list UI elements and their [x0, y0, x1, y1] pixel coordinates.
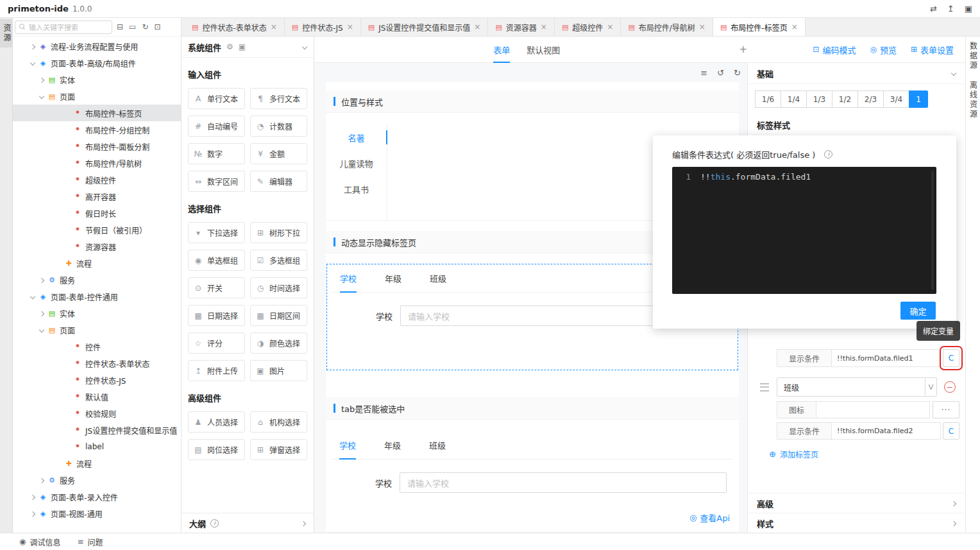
tree-item[interactable]: • 控件状态-JS	[13, 372, 181, 388]
vertical-tab[interactable]: 工具书	[326, 176, 387, 202]
tabs-widget[interactable]: 学校 年级 班级	[326, 431, 738, 493]
tree-item[interactable]: ◈ 流程-业务流程配置与使用	[13, 38, 181, 55]
close-icon[interactable]: ×	[347, 22, 353, 31]
tree-item[interactable]: • 布局控件-标签页	[13, 105, 181, 121]
tree-item[interactable]: ◈ 页面-表单-控件通用	[13, 288, 181, 305]
view-tab[interactable]: 表单	[493, 37, 510, 62]
tab-name-input[interactable]: 班级	[777, 377, 925, 397]
width-option-button[interactable]: 3/4	[883, 90, 909, 108]
chevron-icon[interactable]	[30, 494, 35, 500]
outline-icon[interactable]: ≡	[700, 68, 707, 78]
document-tab[interactable]: ▤ 布局控件-标签页 ×	[713, 18, 806, 36]
chevron-icon[interactable]	[30, 60, 35, 66]
close-icon[interactable]: ×	[541, 22, 547, 31]
tree-item[interactable]: ✚ 流程	[13, 255, 181, 271]
palette-component[interactable]: ▣ 图片	[250, 360, 307, 381]
open-folder-icon[interactable]: ▭	[129, 22, 136, 31]
document-tab[interactable]: ▤ 资源容器 ×	[488, 18, 554, 36]
add-view-button[interactable]: +	[739, 37, 747, 62]
palette-component[interactable]: ¥ 金额	[250, 143, 307, 164]
condition-expression-1[interactable]: !!this.formData.filed1	[832, 349, 941, 367]
palette-component[interactable]: ⊙ 开关	[188, 277, 245, 298]
view-tab[interactable]: 默认视图	[527, 37, 560, 62]
chevron-right-icon[interactable]	[300, 520, 306, 526]
close-icon[interactable]: ×	[474, 22, 480, 31]
tree-item[interactable]: • 校验规则	[13, 405, 181, 422]
redo-icon[interactable]: ↻	[734, 68, 741, 78]
publish-icon[interactable]: ↥	[947, 4, 954, 13]
width-option-button[interactable]: 1/4	[781, 90, 807, 108]
chevron-icon[interactable]	[38, 477, 44, 483]
chevron-icon[interactable]	[38, 311, 44, 316]
palette-header[interactable]: 系统组件 ⚙ ▣	[182, 37, 314, 58]
header-link[interactable]: ⊡ 编码模式	[813, 44, 856, 56]
document-tab[interactable]: ▤ 控件状态-JS ×	[285, 18, 361, 36]
palette-component[interactable]: ◔ 计数器	[250, 116, 307, 137]
tree-item[interactable]: • 布局控件-分组控制	[13, 121, 181, 138]
palette-component[interactable]: ✎ 编辑器	[250, 171, 307, 192]
tree-item[interactable]: • 假日时长	[13, 205, 181, 221]
vertical-tab[interactable]: 儿童读物	[326, 150, 387, 176]
palette-component[interactable]: # 自动编号	[188, 116, 245, 137]
palette-component[interactable]: ⇔ 数字区间	[188, 171, 245, 192]
header-link[interactable]: ⊞ 表单设置	[911, 44, 954, 56]
drag-handle-icon[interactable]	[760, 383, 769, 391]
tree-item[interactable]: • 默认值	[13, 388, 181, 405]
palette-component[interactable]: ♟ 人员选择	[188, 411, 245, 433]
canvas-tab[interactable]: 班级	[429, 431, 446, 459]
school-input[interactable]: 请输入学校	[400, 472, 727, 493]
confirm-button[interactable]: 确定	[900, 302, 936, 320]
code-editor[interactable]: 1 !!this.formData.filed1	[672, 167, 936, 294]
palette-component[interactable]: A 单行文本	[188, 88, 245, 109]
tree-item[interactable]: • 节假日（被引用）	[13, 221, 181, 238]
chevron-down-icon[interactable]	[301, 44, 307, 50]
tree-item[interactable]: • JS设置控件提交值和显示值	[13, 422, 181, 438]
sync-icon[interactable]: ⇄	[930, 4, 937, 13]
document-tab[interactable]: ▤ 布局控件/导航树 ×	[621, 18, 713, 36]
tree-item[interactable]: ⚙ 服务	[13, 271, 181, 288]
chevron-icon[interactable]	[38, 327, 44, 333]
variable-toggle-button[interactable]: V	[925, 377, 937, 397]
palette-component[interactable]: ☑ 多选框组	[250, 250, 307, 271]
right-strip-tab[interactable]: 离线资源	[968, 81, 979, 119]
activity-tab-resources[interactable]: 资源	[0, 19, 12, 47]
canvas-tab[interactable]: 年级	[385, 264, 401, 292]
palette-component[interactable]: ⊞ 弹窗选择	[250, 439, 307, 460]
chevron-down-icon[interactable]	[950, 71, 956, 76]
tree-item[interactable]: • label	[13, 438, 181, 455]
view-api-link[interactable]: ◎ 查看Api	[689, 511, 730, 524]
locate-icon[interactable]: ⊡	[154, 22, 160, 31]
chevron-right-icon[interactable]	[950, 520, 956, 526]
width-option-button[interactable]: 1	[909, 90, 928, 108]
panel-toggle-icon[interactable]: ▣	[239, 42, 246, 51]
search-input[interactable]: 输入关键字搜索	[15, 21, 112, 34]
tree-item[interactable]: • 超级控件	[13, 171, 181, 188]
remove-tab-button[interactable]: −	[944, 381, 956, 393]
palette-component[interactable]: № 数字	[188, 143, 245, 164]
palette-component[interactable]: ◉ 单选框组	[188, 250, 245, 271]
chevron-icon[interactable]	[38, 277, 44, 283]
width-option-button[interactable]: 1/6	[755, 90, 781, 108]
palette-component[interactable]: ▤ 岗位选择	[188, 439, 245, 460]
canvas-tab[interactable]: 学校	[339, 431, 356, 459]
header-link[interactable]: ◎ 预览	[870, 44, 897, 56]
tree-item[interactable]: ▤ 实体	[13, 71, 181, 88]
edit-condition-button[interactable]: C	[943, 422, 959, 440]
tree-item[interactable]: ▤ 页面	[13, 88, 181, 105]
canvas-tab[interactable]: 学校	[340, 264, 357, 292]
refresh-icon[interactable]: ↻	[142, 22, 148, 31]
advanced-section-header[interactable]: 高级	[748, 493, 965, 513]
gear-icon[interactable]: ⚙	[226, 42, 233, 51]
tree-item[interactable]: ⚙ 服务	[13, 472, 181, 488]
chevron-icon[interactable]	[30, 511, 35, 517]
vertical-tab[interactable]: 名著	[326, 125, 387, 150]
chevron-icon[interactable]	[38, 94, 44, 99]
palette-component[interactable]: ◑ 颜色选择	[250, 332, 307, 354]
undo-icon[interactable]: ↺	[717, 68, 724, 78]
edit-condition-button[interactable]: C 绑定变量	[943, 349, 959, 367]
import-icon[interactable]: ⊟	[117, 22, 123, 31]
palette-component[interactable]: ▦ 日期选择	[188, 305, 245, 326]
canvas-tab[interactable]: 班级	[430, 264, 446, 292]
close-icon[interactable]: ×	[699, 22, 705, 31]
right-strip-tab[interactable]: 数据源	[968, 42, 979, 71]
